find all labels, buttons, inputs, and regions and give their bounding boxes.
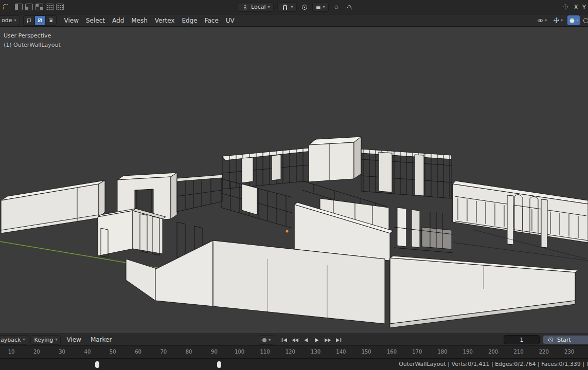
object-origin-dot [286, 230, 289, 233]
timeline-header: ayback ▾ Keying ▾ View Marker ▾ [0, 334, 588, 345]
mode-dropdown[interactable]: ode ▾ [0, 15, 20, 25]
chevron-down-icon: ▾ [576, 18, 578, 23]
ruler-tick: 30 [59, 349, 65, 355]
viewport-header: ode ▾ View Select Add Mesh Vertex Edge F… [0, 14, 588, 27]
vertex-select-button[interactable] [24, 16, 34, 25]
current-frame-value: 1 [520, 337, 524, 343]
jump-to-next-keyframe-button[interactable] [323, 336, 333, 344]
ruler-tick: 50 [110, 349, 116, 355]
playback-menu[interactable]: ayback ▾ [0, 335, 28, 345]
ruler-tick: 10 [8, 349, 15, 355]
viewport-menus: View Select Add Mesh Vertex Edge Face UV [61, 17, 238, 24]
orientation-label: Local [251, 4, 266, 10]
shading-rendered-button[interactable] [583, 17, 588, 24]
select-box-tool-icon[interactable] [3, 4, 9, 10]
menu-select[interactable]: Select [82, 17, 109, 24]
ruler-tick: 200 [488, 349, 498, 355]
menu-edge[interactable]: Edge [178, 17, 201, 24]
proportional-editing-icon[interactable] [300, 2, 309, 12]
menu-face[interactable]: Face [201, 17, 222, 24]
orientation-icon [241, 2, 249, 12]
face-select-button[interactable] [45, 16, 56, 25]
auto-keying-widget[interactable]: ▾ [259, 335, 274, 345]
menu-view[interactable]: View [61, 17, 82, 24]
ruler-tick: 130 [311, 349, 320, 355]
jump-to-start-button[interactable] [279, 336, 290, 344]
ruler-tick: 190 [463, 349, 473, 355]
keying-label: Keying [34, 337, 53, 343]
viewport-3d[interactable]: User Perspective (1) OuterWallLayout [0, 27, 588, 334]
timeline-ruler[interactable]: 1020304050607080901001101201301401501601… [0, 345, 588, 358]
menu-view-timeline[interactable]: View [63, 336, 84, 343]
topbar-x-label[interactable]: X [574, 4, 578, 11]
ruler-tick: 80 [186, 349, 192, 355]
menu-uv[interactable]: UV [222, 17, 238, 24]
editor-layout-icon-4[interactable] [46, 4, 54, 10]
keying-menu[interactable]: Keying ▾ [30, 335, 61, 345]
menu-vertex[interactable]: Vertex [151, 17, 179, 24]
topbar-y-label[interactable]: Y [582, 4, 586, 11]
play-icon [313, 338, 320, 343]
play-reverse-button[interactable] [301, 336, 311, 344]
transform-settings-group: Local ▾ ▾ ≡ ▾ [238, 2, 353, 12]
chevron-down-icon: ▾ [561, 18, 563, 23]
gizmos-dropdown[interactable]: ▾ [551, 15, 564, 25]
jump-start-icon [281, 338, 288, 343]
select-mode-group [23, 15, 57, 26]
jump-to-end-button[interactable] [333, 336, 344, 344]
prev-keyframe-icon [292, 338, 299, 343]
viewport-3d-scene[interactable] [0, 27, 588, 334]
eye-icon [537, 18, 544, 23]
gizmo-icon [553, 17, 560, 24]
transport-buttons [279, 336, 344, 344]
chevron-down-icon: ▾ [23, 338, 25, 342]
frame-fields: 1 Start [504, 335, 588, 344]
edge-select-button[interactable] [34, 16, 45, 25]
play-button[interactable] [312, 336, 322, 344]
record-icon [262, 338, 266, 342]
transform-orientation-dropdown[interactable]: Local ▾ [238, 2, 274, 12]
ruler-tick: 100 [235, 349, 244, 355]
menu-marker[interactable]: Marker [87, 336, 115, 343]
face-icon [48, 17, 54, 23]
shading-mode-dropdown[interactable]: ▾ [567, 15, 580, 25]
menu-mesh[interactable]: Mesh [128, 17, 151, 24]
visibility-dropdown[interactable]: ▾ [536, 15, 548, 25]
chevron-down-icon: ▾ [545, 18, 547, 23]
next-keyframe-icon [324, 338, 331, 343]
ruler-tick: 210 [513, 349, 523, 355]
editor-icons-group [3, 4, 64, 10]
ruler-tick: 110 [260, 349, 270, 355]
start-label: Start [557, 337, 571, 343]
menu-add[interactable]: Add [109, 17, 128, 24]
transform-arrows-icon[interactable] [561, 2, 569, 12]
ruler-tick: 220 [539, 349, 549, 355]
proportional-connected-icon[interactable] [332, 2, 341, 12]
editor-layout-icon-5[interactable] [56, 4, 64, 10]
editor-layout-icon-2[interactable] [25, 4, 33, 10]
proportional-falloff-dropdown[interactable]: ≡ ▾ [312, 2, 329, 12]
clock-icon [547, 335, 555, 345]
ruler-tick: 150 [362, 349, 371, 355]
vertex-icon [26, 17, 32, 23]
play-reverse-icon [302, 338, 310, 343]
ruler-tick: 20 [33, 349, 40, 355]
playback-label: ayback [1, 337, 21, 343]
ruler-tick: 160 [387, 349, 397, 355]
ruler-tick: 180 [438, 349, 448, 355]
snapping-widget[interactable]: ▾ [277, 2, 297, 12]
rendered-sphere-icon [583, 17, 588, 24]
jump-to-prev-keyframe-button[interactable] [290, 336, 300, 344]
current-frame-field[interactable]: 1 [504, 335, 540, 344]
viewport-overlay-text: User Perspective (1) OuterWallLayout [4, 31, 61, 50]
frame-start-field[interactable]: Start [543, 335, 588, 344]
editor-layout-icon-3[interactable] [35, 4, 43, 10]
chevron-down-icon: ▾ [55, 338, 57, 342]
chevron-down-icon: ▾ [323, 5, 325, 9]
ruler-tick: 120 [286, 349, 295, 355]
topbar-right-group: X Y [561, 2, 586, 12]
chevron-down-icon: ▾ [269, 338, 271, 342]
editor-layout-icon-1[interactable] [15, 4, 23, 10]
falloff-curve-icon[interactable] [344, 2, 353, 12]
ruler-tick: 170 [412, 349, 422, 355]
